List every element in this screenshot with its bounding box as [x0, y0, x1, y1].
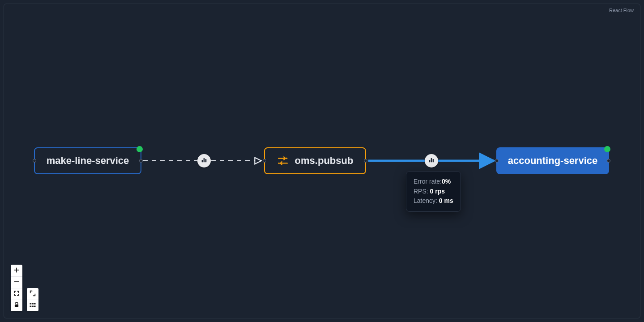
- tooltip-label: Latency:: [414, 197, 439, 204]
- node-label: accounting-service: [508, 155, 598, 167]
- handle-left[interactable]: [33, 159, 36, 163]
- minus-icon: [13, 278, 20, 287]
- status-dot-healthy: [604, 146, 610, 152]
- viewport[interactable]: make-line-service oms.pubsub: [4, 4, 640, 318]
- handle-left[interactable]: [495, 159, 499, 163]
- legend-button[interactable]: [27, 300, 38, 311]
- edge-metrics-tooltip: Error rate:0% RPS: 0 rps Latency: 0 ms: [406, 171, 461, 212]
- handle-right[interactable]: [364, 159, 367, 163]
- zoom-out-button[interactable]: [11, 276, 22, 288]
- node-accounting-service[interactable]: accounting-service: [496, 147, 609, 174]
- zoom-in-button[interactable]: [11, 265, 22, 276]
- bar-chart-icon: [200, 156, 208, 165]
- controls-panel: [11, 265, 38, 311]
- bar-chart-icon: [428, 156, 435, 165]
- node-make-line-service[interactable]: make-line-service: [34, 147, 141, 174]
- svg-point-3: [278, 163, 279, 164]
- tooltip-value: 0%: [442, 178, 451, 185]
- lock-toggle-button[interactable]: [11, 300, 22, 311]
- handle-left[interactable]: [263, 159, 266, 163]
- node-oms-pubsub[interactable]: oms.pubsub: [264, 147, 366, 174]
- handle-right[interactable]: [139, 159, 143, 163]
- tooltip-row-error-rate: Error rate:0%: [414, 177, 453, 187]
- tooltip-row-latency: Latency: 0 ms: [414, 196, 453, 206]
- svg-rect-9: [433, 159, 434, 162]
- pubsub-icon: [277, 155, 289, 167]
- fit-view-icon: [13, 290, 20, 298]
- svg-rect-7: [429, 160, 431, 162]
- handle-right[interactable]: [607, 159, 610, 163]
- expand-icon: [29, 290, 36, 298]
- metrics-badge-edge-1[interactable]: [197, 154, 211, 167]
- svg-rect-6: [205, 159, 207, 162]
- tooltip-value: 0 rps: [430, 188, 445, 195]
- fit-view-button[interactable]: [11, 288, 22, 300]
- plus-icon: [13, 266, 20, 275]
- svg-rect-4: [202, 160, 203, 162]
- status-dot-healthy: [136, 146, 143, 152]
- metrics-badge-edge-2[interactable]: [425, 154, 438, 167]
- svg-rect-10: [15, 305, 18, 307]
- fullscreen-button[interactable]: [27, 288, 38, 300]
- svg-rect-8: [431, 158, 432, 162]
- tooltip-row-rps: RPS: 0 rps: [414, 187, 453, 197]
- flow-canvas[interactable]: React Flow make-line-service: [4, 4, 640, 318]
- tooltip-value: 0 ms: [439, 197, 453, 204]
- legend-icon: [29, 301, 36, 310]
- node-label: make-line-service: [47, 155, 129, 167]
- tooltip-label: Error rate:: [414, 178, 442, 185]
- secondary-controls: [27, 288, 38, 311]
- svg-rect-5: [204, 158, 205, 162]
- svg-point-2: [286, 158, 287, 159]
- node-label: oms.pubsub: [295, 155, 354, 167]
- unlock-icon: [13, 302, 20, 309]
- zoom-controls: [11, 265, 22, 311]
- tooltip-label: RPS:: [414, 188, 430, 195]
